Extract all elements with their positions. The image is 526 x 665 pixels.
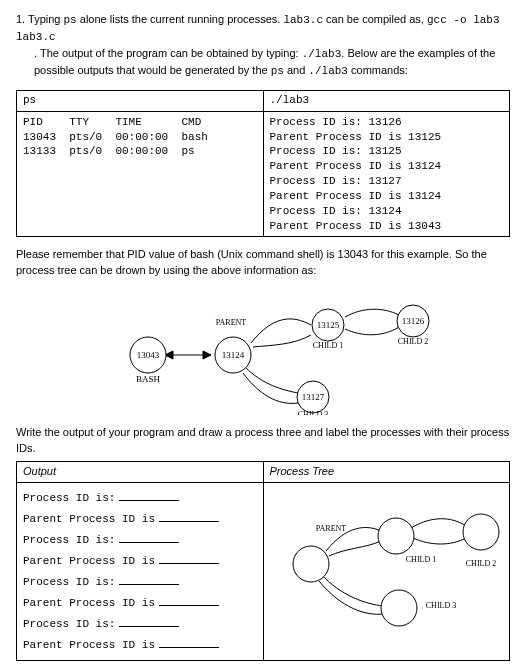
- intro-text-f: and: [284, 64, 308, 76]
- svg-marker-1: [203, 351, 211, 359]
- blank-field[interactable]: [159, 594, 219, 606]
- ps-output: PID TTY TIME CMD 13043 pts/0 00:00:00 ba…: [23, 115, 257, 160]
- note-text: Please remember that PID value of bash (…: [16, 247, 510, 279]
- svg-point-9: [378, 518, 414, 554]
- intro-text-g: commands:: [348, 64, 408, 76]
- label-child1-blank: CHILD 1: [406, 555, 436, 564]
- table2-header-output: Output: [17, 462, 264, 483]
- intro-text-b: alone lists the current running processe…: [77, 13, 284, 25]
- code-ps2: ps: [271, 65, 284, 77]
- intro-text-a: Typing: [28, 13, 63, 25]
- intro-text-d: . The output of the program can be obtai…: [34, 47, 302, 59]
- label-child3: CHILD 3: [298, 410, 328, 415]
- table1-cell-ps: PID TTY TIME CMD 13043 pts/0 00:00:00 ba…: [17, 111, 264, 237]
- question-intro: 1. Typing ps alone lists the current run…: [16, 12, 510, 80]
- label-child1: CHILD 1: [313, 341, 343, 350]
- node-13127: 13127: [302, 392, 325, 402]
- svg-point-10: [463, 514, 499, 550]
- edge-label-parent: PARENT: [216, 318, 246, 327]
- node-13125: 13125: [317, 320, 340, 330]
- student-answer-table: Output Process Tree Process ID is: Paren…: [16, 461, 510, 660]
- blank-field[interactable]: [119, 573, 179, 585]
- question-number: 1.: [16, 13, 25, 25]
- table1-header-lab3: ./lab3: [263, 90, 510, 111]
- lab3-output: Process ID is: 13126 Parent Process ID i…: [270, 115, 504, 234]
- blank-field[interactable]: [159, 552, 219, 564]
- table2-output-cell: Process ID is: Parent Process ID is Proc…: [17, 483, 264, 661]
- blank-field[interactable]: [119, 489, 179, 501]
- edge-label-parent-blank: PARENT: [316, 524, 346, 533]
- blank-field[interactable]: [159, 636, 219, 648]
- table2-tree-cell: PARENT CHILD 1 CHILD 2 CHILD 3: [263, 483, 510, 661]
- table1-header-ps: ps: [17, 90, 264, 111]
- node-13124: 13124: [222, 350, 245, 360]
- intro-text-c: can be compiled as,: [323, 13, 427, 25]
- svg-point-8: [293, 546, 329, 582]
- code-file: lab3.c: [283, 14, 323, 26]
- table2-header-tree: Process Tree: [263, 462, 510, 483]
- node-13126: 13126: [402, 316, 425, 326]
- node-bash-label: BASH: [136, 374, 161, 384]
- example-process-tree: 13043 BASH 13124 13125 CHILD 1 13126 CHI…: [16, 285, 510, 415]
- blank-process-tree: PARENT CHILD 1 CHILD 2 CHILD 3: [271, 486, 501, 636]
- code-ps: ps: [64, 14, 77, 26]
- blank-field[interactable]: [119, 531, 179, 543]
- code-run2: ./lab3: [308, 65, 348, 77]
- label-child3-blank: CHILD 3: [426, 601, 456, 610]
- code-run: ./lab3: [302, 48, 342, 60]
- table1-cell-lab3: Process ID is: 13126 Parent Process ID i…: [263, 111, 510, 237]
- blank-field[interactable]: [119, 615, 179, 627]
- blank-field[interactable]: [159, 510, 219, 522]
- label-child2: CHILD 2: [398, 337, 428, 346]
- output-blank-lines: Process ID is: Parent Process ID is Proc…: [23, 489, 257, 654]
- label-child2-blank: CHILD 2: [466, 559, 496, 568]
- node-bash: 13043: [137, 350, 160, 360]
- example-output-table: ps ./lab3 PID TTY TIME CMD 13043 pts/0 0…: [16, 90, 510, 238]
- prompt-2: Write the output of your program and dra…: [16, 425, 510, 457]
- svg-point-11: [381, 590, 417, 626]
